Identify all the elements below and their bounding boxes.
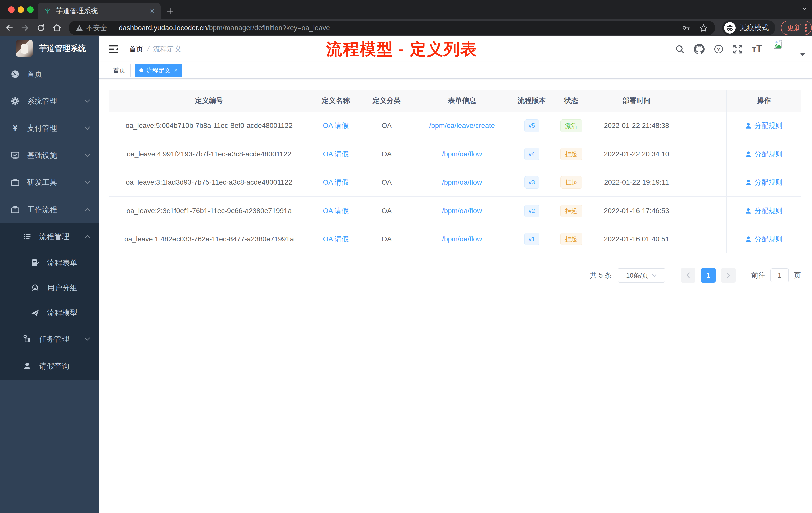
tag-close-icon[interactable]: × bbox=[174, 67, 177, 74]
sidebar-item-label: 基础设施 bbox=[27, 150, 57, 161]
next-page-button[interactable] bbox=[721, 268, 736, 282]
home-button[interactable] bbox=[50, 21, 64, 35]
sidebar-item-payment[interactable]: ¥ 支付管理 bbox=[0, 115, 99, 142]
table-row: oa_leave:3:1fad3d93-7b75-11ec-a3c8-acde4… bbox=[109, 169, 801, 197]
sidebar-item-task-management[interactable]: 任务管理 bbox=[0, 326, 99, 353]
monitor-icon bbox=[10, 150, 20, 160]
assign-rule-link[interactable]: 分配规则 bbox=[745, 178, 782, 187]
form-link[interactable]: /bpm/oa/flow bbox=[442, 150, 482, 158]
github-icon[interactable] bbox=[694, 44, 704, 55]
browser-tab[interactable]: 芋道管理系统 × bbox=[38, 2, 161, 19]
sidebar-item-process-model[interactable]: 流程模型 bbox=[0, 300, 99, 326]
sidebar-logo[interactable]: 芋道管理系统 bbox=[0, 36, 99, 60]
chevron-down-icon bbox=[84, 180, 90, 184]
sidebar-item-infrastructure[interactable]: 基础设施 bbox=[0, 142, 99, 169]
definition-name-link[interactable]: OA 请假 bbox=[323, 206, 349, 216]
sidebar-fold-icon[interactable] bbox=[108, 44, 119, 54]
definition-name-link[interactable]: OA 请假 bbox=[323, 149, 349, 159]
definition-name-link[interactable]: OA 请假 bbox=[323, 121, 349, 130]
tab-search-chevron-icon[interactable] bbox=[802, 5, 808, 12]
not-secure-warning-icon bbox=[76, 24, 83, 32]
dashboard-icon bbox=[10, 69, 20, 79]
assign-rule-link[interactable]: 分配规则 bbox=[745, 206, 782, 216]
screen: 芋道管理系统 × 不安全 dashboard.yudao. bbox=[0, 0, 812, 513]
fullscreen-icon[interactable] bbox=[733, 44, 743, 54]
avatar-caret-down-icon[interactable] bbox=[801, 54, 805, 57]
form-link[interactable]: /bpm/oa/flow bbox=[442, 235, 482, 243]
tag-process-definition[interactable]: 流程定义 × bbox=[135, 64, 182, 77]
form-link[interactable]: /bpm/oa/leave/create bbox=[429, 122, 495, 130]
definition-id: oa_leave:5:004b710b-7b8a-11ec-8ef0-acde4… bbox=[109, 122, 309, 130]
omnibox-divider bbox=[113, 24, 113, 32]
logo-title: 芋道管理系统 bbox=[39, 43, 86, 54]
tab-close-icon[interactable]: × bbox=[150, 7, 155, 15]
assign-rule-link[interactable]: 分配规则 bbox=[745, 121, 782, 130]
goto-label: 前往 bbox=[751, 271, 765, 280]
sidebar-item-home[interactable]: 首页 bbox=[0, 60, 99, 88]
column-header: 表单信息 bbox=[410, 96, 514, 105]
page-annotation-title: 流程模型 - 定义列表 bbox=[326, 38, 477, 60]
sidebar-item-label: 系统管理 bbox=[27, 96, 57, 107]
form-link[interactable]: /bpm/oa/flow bbox=[442, 178, 482, 186]
url-host: dashboard.yudao.iocoder.cn bbox=[119, 24, 207, 32]
tag-label: 首页 bbox=[113, 66, 125, 74]
person-icon bbox=[22, 361, 32, 371]
assign-rule-link[interactable]: 分配规则 bbox=[745, 234, 782, 244]
column-header: 定义名称 bbox=[309, 96, 363, 105]
definition-id: oa_leave:3:1fad3d93-7b75-11ec-a3c8-acde4… bbox=[109, 178, 309, 186]
prev-page-button[interactable] bbox=[681, 268, 696, 282]
sidebar-item-system[interactable]: 系统管理 bbox=[0, 88, 99, 115]
search-icon[interactable] bbox=[675, 44, 685, 54]
user-avatar[interactable] bbox=[772, 38, 793, 60]
window-zoom-button[interactable] bbox=[27, 6, 34, 13]
list-icon bbox=[22, 232, 32, 242]
browser-menu-dots-icon[interactable] bbox=[805, 23, 808, 33]
definition-category: OA bbox=[363, 235, 410, 243]
form-link[interactable]: /bpm/oa/flow bbox=[442, 207, 482, 215]
chrome-update-button[interactable]: 更新 bbox=[781, 21, 812, 35]
incognito-icon bbox=[724, 22, 736, 34]
deploy-time: 2022-01-22 19:19:11 bbox=[592, 178, 726, 186]
help-icon[interactable]: ? bbox=[714, 44, 724, 54]
column-header: 定义分类 bbox=[363, 96, 410, 105]
bookmark-star-icon[interactable] bbox=[699, 23, 708, 32]
new-tab-button[interactable] bbox=[164, 4, 177, 18]
page-number-current[interactable]: 1 bbox=[701, 268, 716, 282]
definition-category: OA bbox=[363, 178, 410, 186]
url-bar[interactable]: 不安全 dashboard.yudao.iocoder.cn/bpm/manag… bbox=[68, 21, 715, 35]
gear-icon bbox=[10, 96, 20, 106]
assign-rule-link[interactable]: 分配规则 bbox=[745, 149, 782, 159]
column-header: 部署时间 bbox=[592, 96, 726, 105]
column-header: 状态 bbox=[550, 96, 592, 105]
tag-home[interactable]: 首页 bbox=[108, 64, 130, 77]
sidebar-item-process-management[interactable]: 流程管理 bbox=[0, 223, 99, 250]
url-path: /bpm/manager/definition?key=oa_leave bbox=[207, 24, 330, 32]
definition-category: OA bbox=[363, 122, 410, 130]
reload-button[interactable] bbox=[34, 21, 48, 35]
definition-name-link[interactable]: OA 请假 bbox=[323, 234, 349, 244]
deploy-time: 2022-01-16 01:40:51 bbox=[592, 235, 726, 243]
sidebar-item-process-form[interactable]: 流程表单 bbox=[0, 250, 99, 275]
forward-button[interactable] bbox=[18, 21, 32, 35]
window-minimize-button[interactable] bbox=[18, 6, 24, 13]
version-badge: v2 bbox=[524, 205, 539, 217]
breadcrumb-home[interactable]: 首页 bbox=[129, 44, 143, 54]
update-label[interactable]: 更新 bbox=[787, 23, 802, 33]
goto-page-input[interactable]: 1 bbox=[770, 268, 789, 282]
back-button[interactable] bbox=[2, 21, 16, 35]
window-close-button[interactable] bbox=[8, 6, 14, 13]
sidebar-item-label: 任务管理 bbox=[39, 334, 69, 344]
definition-name-link[interactable]: OA 请假 bbox=[323, 178, 349, 187]
page-size-select[interactable]: 10条/页 bbox=[618, 268, 665, 282]
document-edit-icon bbox=[30, 258, 40, 268]
sidebar-item-leave-query[interactable]: 请假查询 bbox=[0, 353, 99, 380]
passwords-key-icon[interactable] bbox=[682, 24, 691, 32]
security-label[interactable]: 不安全 bbox=[86, 23, 107, 33]
sidebar-item-user-group[interactable]: 用户分组 bbox=[0, 275, 99, 300]
chevron-up-icon bbox=[84, 208, 90, 212]
sidebar-item-dev-tools[interactable]: 研发工具 bbox=[0, 169, 99, 196]
pagination-total: 共 5 条 bbox=[590, 271, 612, 280]
sidebar-item-workflow[interactable]: 工作流程 bbox=[0, 196, 99, 223]
font-size-icon[interactable]: TT bbox=[752, 44, 763, 54]
status-badge: 挂起 bbox=[560, 148, 582, 160]
